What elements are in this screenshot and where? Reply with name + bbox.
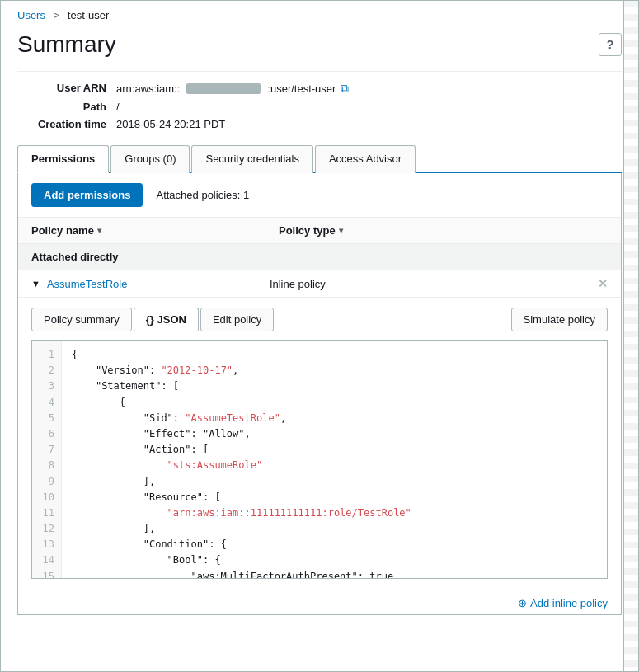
json-line-1: { (72, 347, 597, 363)
tab-permissions[interactable]: Permissions (17, 145, 109, 173)
json-line-12: ], (72, 521, 597, 537)
tab-security-credentials[interactable]: Security credentials (191, 145, 312, 173)
arn-suffix: :user/test-user (267, 82, 336, 95)
policy-name-sort-icon: ▾ (97, 226, 101, 235)
tab-groups[interactable]: Groups (0) (110, 145, 190, 173)
title-row: Summary ? (17, 31, 622, 58)
action-bar: Add permissions Attached policies: 1 (18, 173, 621, 218)
policy-row: ▼ AssumeTestRole Inline policy ✕ (18, 270, 621, 298)
help-icon: ? (607, 38, 614, 51)
breadcrumb-current: test-user (68, 9, 110, 21)
json-line-15: "aws:MultiFactorAuthPresent": true (72, 569, 597, 578)
add-inline-policy-link[interactable]: ⊕ Add inline policy (518, 597, 608, 609)
copy-arn-icon[interactable]: ⧉ (341, 82, 349, 96)
json-line-4: { (72, 395, 597, 411)
breadcrumb: Users > test-user (17, 9, 622, 21)
json-line-7: "Action": [ (72, 442, 597, 458)
attached-count: Attached policies: 1 (156, 189, 249, 201)
torn-edge (623, 1, 638, 671)
main-content: Users > test-user Summary ? User ARN arn… (1, 1, 638, 632)
add-permissions-button[interactable]: Add permissions (31, 183, 143, 207)
user-arn-row: User ARN arn:aws:iam:::user/test-user ⧉ (17, 82, 622, 96)
json-line-5: "Sid": "AssumeTestRole", (72, 411, 597, 426)
json-line-11: "arn:aws:iam::111111111111:role/TestRole… (72, 505, 597, 521)
breadcrumb-users-link[interactable]: Users (17, 9, 45, 21)
json-line-2: "Version": "2012-10-17", (72, 363, 597, 378)
info-table: User ARN arn:aws:iam:::user/test-user ⧉ … (17, 71, 622, 130)
line-numbers: 12345 678910 1112131415 1617 (32, 341, 62, 578)
user-arn-value: arn:aws:iam:::user/test-user ⧉ (116, 82, 349, 96)
help-button[interactable]: ? (599, 33, 622, 56)
policy-table-header: Policy name ▾ Policy type ▾ (18, 218, 621, 244)
path-value: / (116, 101, 120, 113)
path-label: Path (17, 101, 116, 113)
creation-time-label: Creation time (17, 118, 116, 130)
policy-expand-arrow[interactable]: ▼ (31, 279, 40, 289)
json-content[interactable]: { "Version": "2012-10-17", "Statement": … (62, 341, 607, 578)
policy-name-link[interactable]: AssumeTestRole (47, 278, 270, 290)
json-line-3: "Statement": [ (72, 378, 597, 394)
arn-account-blur (186, 83, 261, 94)
subtab-json[interactable]: {} JSON (134, 308, 199, 331)
json-line-8: "sts:AssumeRole" (72, 458, 597, 473)
breadcrumb-separator: > (54, 9, 60, 21)
page-container: Users > test-user Summary ? User ARN arn… (0, 0, 639, 672)
page-title: Summary (17, 31, 116, 58)
tabs-container: Permissions Groups (0) Security credenti… (17, 143, 622, 173)
user-arn-label: User ARN (17, 82, 116, 94)
creation-time-row: Creation time 2018-05-24 20:21 PDT (17, 118, 622, 130)
creation-time-value: 2018-05-24 20:21 PDT (116, 118, 225, 130)
json-line-13: "Condition": { (72, 537, 597, 552)
arn-prefix: arn:aws:iam:: (116, 82, 180, 95)
add-inline-plus-icon: ⊕ (518, 597, 527, 609)
json-line-14: "Bool": { (72, 552, 597, 568)
policy-name-column-header[interactable]: Policy name ▾ (31, 224, 279, 237)
section-header-attached-directly: Attached directly (18, 244, 621, 270)
permissions-area: Add permissions Attached policies: 1 Pol… (17, 173, 622, 615)
tab-access-advisor[interactable]: Access Advisor (315, 145, 416, 173)
json-line-10: "Resource": [ (72, 490, 597, 505)
subtab-edit-policy[interactable]: Edit policy (200, 308, 274, 331)
policy-type-cell: Inline policy (270, 278, 598, 290)
policy-type-column-header[interactable]: Policy type ▾ (279, 224, 608, 237)
json-line-9: ], (72, 474, 597, 490)
subtab-policy-summary[interactable]: Policy summary (31, 308, 132, 331)
simulate-policy-button[interactable]: Simulate policy (511, 308, 608, 331)
json-line-6: "Effect": "Allow", (72, 426, 597, 442)
policy-detail: Policy summary {} JSON Edit policy Simul… (18, 298, 621, 589)
add-inline-row: ⊕ Add inline policy (18, 589, 621, 614)
policy-delete-icon[interactable]: ✕ (598, 277, 608, 290)
policy-subtabs: Policy summary {} JSON Edit policy Simul… (31, 308, 608, 331)
path-row: Path / (17, 101, 622, 113)
json-editor: 12345 678910 1112131415 1617 { "Version"… (31, 340, 608, 579)
policy-type-sort-icon: ▾ (339, 226, 343, 235)
